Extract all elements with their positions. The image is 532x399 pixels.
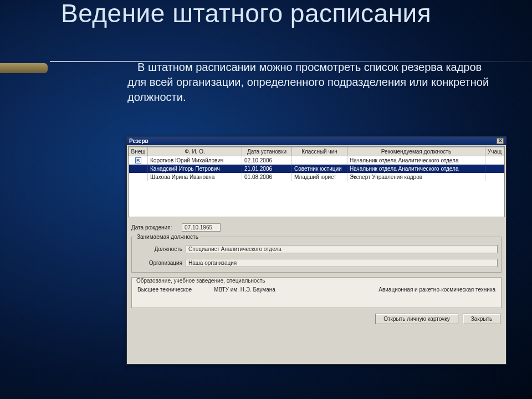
reserve-grid[interactable]: Внеш Ф. И. О. Дата установки Классный чи… xyxy=(129,147,504,181)
table-row[interactable]: Шахова Ирина Ивановна 01.08.2006 Младший… xyxy=(129,173,504,181)
decorative-line xyxy=(50,61,532,62)
grid-header-row: Внеш Ф. И. О. Дата установки Классный чи… xyxy=(129,147,504,156)
reserve-grid-container: Внеш Ф. И. О. Дата установки Классный чи… xyxy=(128,146,505,217)
education-spec: Авиационная и ракетно-космическая техник… xyxy=(378,287,495,293)
birth-date-value: 07.10.1965 xyxy=(182,223,221,232)
education-header: Образование, учебное заведение, специаль… xyxy=(135,278,266,284)
cell-stud xyxy=(485,165,504,173)
cell-date: 01.08.2006 xyxy=(242,173,292,181)
col-recommended[interactable]: Рекомендуемая должность xyxy=(347,147,485,156)
cell-rank: Советник юстиции xyxy=(292,165,347,173)
organization-value: Наша организация xyxy=(186,259,498,267)
position-label: Должность xyxy=(135,246,182,252)
button-row: Открыть личную карточку Закрыть xyxy=(127,310,506,328)
cell-rank xyxy=(292,156,347,165)
slide-title: Ведение штатного расписания xyxy=(0,0,532,32)
col-date[interactable]: Дата установки xyxy=(242,147,292,156)
birth-date-label: Дата рождения: xyxy=(131,224,178,231)
cell-date: 21.01.2006 xyxy=(242,165,292,173)
cell-stud xyxy=(485,156,504,165)
external-icon: В xyxy=(135,157,141,163)
slide-body-text: В штатном расписании можно просмотреть с… xyxy=(0,32,532,110)
cell-rec: Начальник отдела Аналитического отдела xyxy=(347,165,485,173)
position-group: Занимаемая должность Должность Специалис… xyxy=(131,234,502,273)
col-student[interactable]: Учащ xyxy=(485,147,504,156)
decorative-bar xyxy=(0,63,48,73)
details-panel: Дата рождения: 07.10.1965 Занимаемая дол… xyxy=(127,218,506,276)
cell-date: 02.10.2006 xyxy=(242,156,292,165)
open-card-button[interactable]: Открыть личную карточку xyxy=(375,314,458,324)
position-group-title: Занимаемая должность xyxy=(135,234,200,240)
cell-fio: Шахова Ирина Ивановна xyxy=(148,173,242,181)
col-rank[interactable]: Классный чин xyxy=(292,147,347,156)
education-school: МВТУ им. Н.Э. Баумана xyxy=(192,287,378,293)
education-panel: Образование, учебное заведение, специаль… xyxy=(131,277,502,308)
col-vnesh[interactable]: Внеш xyxy=(129,147,148,156)
close-icon[interactable]: ✕ xyxy=(497,138,504,144)
cell-fio: Канадский Игорь Петрович xyxy=(148,165,242,173)
close-button[interactable]: Закрыть xyxy=(463,314,500,324)
organization-label: Организация xyxy=(135,260,182,266)
education-level: Высшее техническое xyxy=(137,287,192,293)
window-titlebar: Резерв ✕ xyxy=(127,137,506,145)
cell-rec: Эксперт Управления кадров xyxy=(347,173,485,181)
window-title: Резерв xyxy=(129,138,149,144)
table-row[interactable]: В Коротков Юрий Михайлович 02.10.2006 На… xyxy=(129,156,504,165)
cell-fio: Коротков Юрий Михайлович xyxy=(148,156,242,165)
col-fio[interactable]: Ф. И. О. xyxy=(148,147,242,156)
table-row[interactable]: Канадский Игорь Петрович 21.01.2006 Сове… xyxy=(129,165,504,173)
cell-rank: Младший юрист xyxy=(292,173,347,181)
cell-stud xyxy=(485,173,504,181)
position-value: Специалист Аналитического отдела xyxy=(186,245,498,253)
reserve-window: Резерв ✕ Внеш Ф. И. О. Дата установки Кл… xyxy=(126,136,507,365)
cell-rec: Начальник отдела Аналитического отдела xyxy=(347,156,485,165)
